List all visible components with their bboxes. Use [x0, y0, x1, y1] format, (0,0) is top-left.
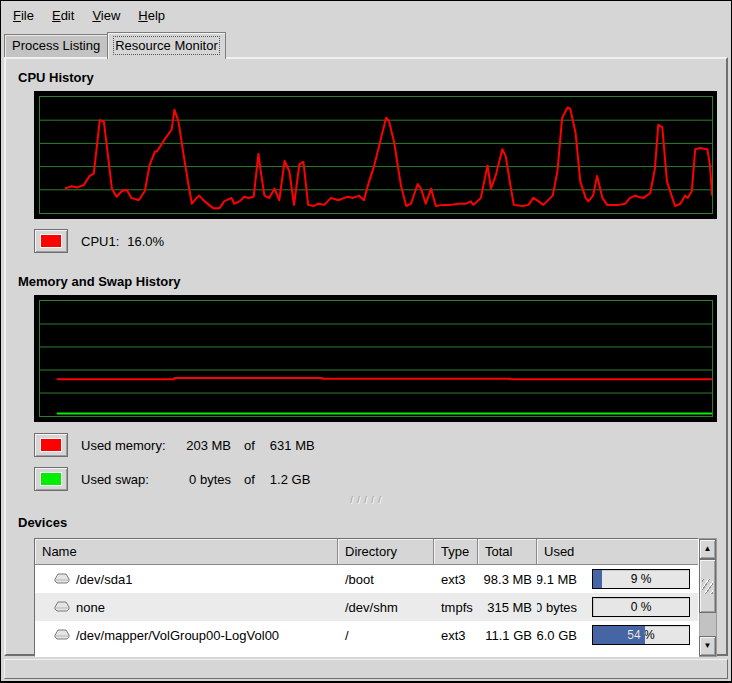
- cpu-legend: CPU1: 16.0%: [34, 229, 719, 253]
- tab-process-listing[interactable]: Process Listing: [4, 34, 107, 57]
- disk-icon: [54, 629, 70, 641]
- column-header-directory[interactable]: Directory: [338, 539, 434, 565]
- column-header-used[interactable]: Used: [537, 539, 698, 565]
- table-row[interactable]: none /dev/shm tmpfs 315 MB 0 bytes 0 % 0…: [35, 593, 698, 621]
- menu-view[interactable]: View: [83, 4, 129, 27]
- usage-progress-bar: 9 % 9 %: [592, 569, 690, 589]
- devices-table: Name Directory Type Total Used /dev/sda1…: [34, 538, 717, 657]
- devices-table-header: Name Directory Type Total Used: [35, 539, 698, 565]
- swap-of-word: of: [244, 472, 255, 487]
- column-header-type[interactable]: Type: [434, 539, 478, 565]
- status-bar: [4, 659, 728, 679]
- memory-history-title: Memory and Swap History: [18, 275, 719, 289]
- notebook-tabs: Process Listing Resource Monitor: [4, 30, 226, 57]
- devices-title: Devices: [18, 516, 719, 530]
- scroll-up-button[interactable]: ▲: [699, 539, 716, 559]
- memory-legend-label: Used memory:: [81, 438, 176, 453]
- scrollbar-grip-icon: [702, 579, 713, 594]
- resource-monitor-page: CPU History CPU1: 16.0% Memory and Swap …: [4, 57, 728, 656]
- usage-progress-bar: 0 % 0 %: [592, 597, 690, 617]
- swap-used-value: 0 bytes: [176, 472, 231, 487]
- memory-total-value: 631 MB: [270, 438, 315, 453]
- disk-icon: [54, 601, 70, 613]
- swap-color-swatch[interactable]: [34, 467, 68, 491]
- menu-edit[interactable]: Edit: [43, 4, 83, 27]
- table-row[interactable]: /dev/sda1 /boot ext3 98.3 MB 9.1 MB 9 % …: [35, 565, 698, 593]
- paned-grip[interactable]: / / / / /: [13, 496, 719, 504]
- cpu-legend-label: CPU1:: [81, 234, 119, 249]
- disk-icon: [54, 573, 70, 585]
- memory-color-swatch[interactable]: [34, 433, 68, 457]
- scrollbar-trough[interactable]: [699, 559, 716, 636]
- memory-of-word: of: [244, 438, 255, 453]
- menu-file[interactable]: File: [4, 4, 43, 27]
- vertical-scrollbar[interactable]: ▲ ▼: [699, 538, 717, 657]
- memory-swap-graph: [34, 295, 717, 422]
- scroll-down-button[interactable]: ▼: [699, 636, 716, 656]
- cpu-legend-value: 16.0%: [127, 234, 164, 249]
- cpu-color-swatch[interactable]: [34, 229, 68, 253]
- swap-total-value: 1.2 GB: [270, 472, 310, 487]
- column-header-name[interactable]: Name: [35, 539, 338, 565]
- table-row[interactable]: /dev/mapper/VolGroup00-LogVol00 / ext3 1…: [35, 621, 698, 649]
- tab-resource-monitor[interactable]: Resource Monitor: [107, 32, 226, 59]
- scrollbar-thumb[interactable]: [699, 559, 716, 613]
- arrow-down-icon: ▼: [704, 642, 712, 650]
- cpu-history-title: CPU History: [18, 71, 719, 85]
- system-monitor-window: File Edit View Help Process Listing Reso…: [0, 0, 732, 683]
- column-header-total[interactable]: Total: [478, 539, 537, 565]
- menu-bar: File Edit View Help: [2, 2, 730, 29]
- arrow-up-icon: ▲: [704, 545, 712, 553]
- usage-progress-bar: 54 % 54 %: [592, 625, 690, 645]
- memory-legend: Used memory: 203 MB of 631 MB: [34, 433, 719, 457]
- cpu-history-graph: [34, 91, 717, 219]
- memory-used-value: 203 MB: [176, 438, 231, 453]
- swap-legend-label: Used swap:: [81, 472, 176, 487]
- swap-legend: Used swap: 0 bytes of 1.2 GB: [34, 467, 719, 491]
- menu-help[interactable]: Help: [129, 4, 174, 27]
